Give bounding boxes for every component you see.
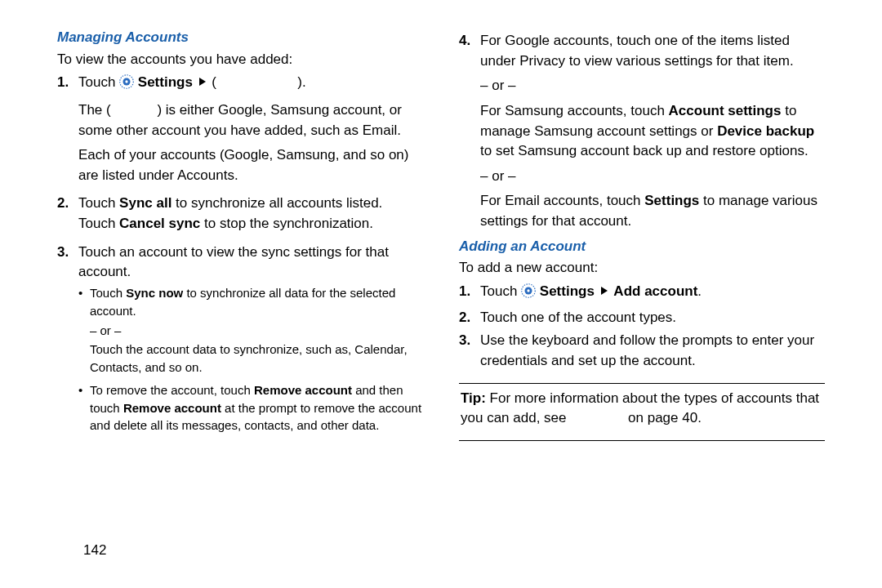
text: Touch — [78, 195, 119, 211]
tip-body-post: on page 40. — [624, 410, 702, 425]
text: Use the keyboard and follow the prompts … — [480, 332, 814, 368]
intro-text: To view the accounts you have added: — [57, 50, 423, 70]
text: For Email accounts, touch — [480, 193, 644, 208]
paren-close: ). — [297, 74, 305, 90]
text: to set Samsung account back up and resto… — [480, 143, 808, 158]
bullet-list: Touch Sync now to synchronize all data f… — [78, 284, 423, 434]
settings-icon — [119, 74, 134, 96]
step-number: 3. — [57, 243, 69, 263]
tip-block: Tip: For more information about the type… — [459, 389, 825, 429]
steps-list-cont: 4. For Google accounts, touch one of the… — [459, 31, 825, 232]
settings-label: Settings — [540, 283, 595, 299]
text: Touch — [90, 286, 126, 300]
left-column: Managing Accounts To view the accounts y… — [39, 28, 441, 564]
remove-account-label: Remove account — [254, 383, 352, 397]
bullet-1: Touch Sync now to synchronize all data f… — [90, 284, 423, 376]
step-number: 1. — [57, 73, 69, 93]
cancel-sync-label: Cancel sync — [119, 216, 200, 231]
bullet-2: To remove the account, touch Remove acco… — [90, 381, 423, 434]
add-step-3: 3. Use the keyboard and follow the promp… — [480, 331, 825, 371]
tip-rule-bottom — [459, 440, 825, 441]
step-1: 1. Touch Settings ( ). The ( ) is either… — [78, 73, 423, 185]
add-step-1: 1. Touch Settings Add account. — [480, 282, 825, 305]
add-account-steps: 1. Touch Settings Add account. 2. Touch … — [459, 282, 825, 372]
heading-managing-accounts: Managing Accounts — [57, 28, 423, 48]
settings-label: Settings — [644, 193, 699, 208]
sync-all-label: Sync all — [119, 195, 172, 211]
step1-p2: The ( ) is either Google, Samsung accoun… — [78, 100, 423, 140]
device-backup-label: Device backup — [717, 123, 814, 139]
arrow-icon — [199, 78, 206, 86]
text: Touch one of the account types. — [480, 310, 676, 325]
text: to stop the synchronization. — [200, 216, 373, 231]
text: ) is either Google, Samsung account, or … — [78, 102, 402, 138]
step-3: 3. Touch an account to view the sync set… — [78, 243, 423, 434]
step1-p3: Each of your accounts (Google, Samsung, … — [78, 145, 423, 185]
page-number: 142 — [83, 542, 106, 559]
manual-page: Managing Accounts To view the accounts y… — [0, 0, 882, 588]
text: The ( — [78, 102, 111, 118]
text: Touch an account to view the sync settin… — [78, 244, 389, 280]
text: For Samsung accounts, touch — [480, 103, 669, 118]
step-2: 2. Touch Sync all to synchronize all acc… — [78, 194, 423, 234]
text: Touch — [480, 283, 521, 299]
add-step-2: 2. Touch one of the account types. — [480, 308, 825, 328]
paren-open: ( — [212, 74, 216, 90]
or-divider: – or – — [90, 322, 423, 340]
text-block: For Email accounts, touch Settings to ma… — [480, 191, 825, 231]
step-number: 3. — [459, 331, 470, 351]
step-4: 4. For Google accounts, touch one of the… — [480, 31, 825, 232]
tip-rule-top — [459, 383, 825, 384]
text: Touch the account data to synchronize, s… — [90, 341, 423, 376]
step-number: 2. — [57, 194, 69, 214]
right-column: 4. For Google accounts, touch one of the… — [441, 28, 843, 564]
sync-now-label: Sync now — [126, 286, 183, 300]
settings-label: Settings — [138, 74, 193, 90]
steps-list: 1. Touch Settings ( ). The ( ) is either… — [57, 73, 423, 434]
or-divider: – or – — [480, 76, 825, 96]
text-block: For Samsung accounts, touch Account sett… — [480, 101, 825, 162]
or-divider: – or – — [480, 167, 825, 187]
add-account-label: Add account — [613, 283, 697, 299]
settings-icon — [521, 283, 536, 305]
text: . — [697, 283, 702, 299]
text: To remove the account, touch — [90, 383, 254, 397]
heading-adding-account: Adding an Account — [459, 237, 825, 257]
text: Touch — [78, 74, 119, 90]
tip-label: Tip: — [461, 390, 486, 406]
step-number: 1. — [459, 282, 470, 302]
account-settings-label: Account settings — [669, 103, 782, 118]
remove-account-label-2: Remove account — [123, 401, 221, 415]
intro-text: To add a new account: — [459, 258, 825, 278]
step-number: 4. — [459, 31, 470, 51]
text: For Google accounts, touch one of the it… — [480, 33, 794, 69]
arrow-icon — [601, 287, 608, 295]
step-number: 2. — [459, 308, 470, 328]
